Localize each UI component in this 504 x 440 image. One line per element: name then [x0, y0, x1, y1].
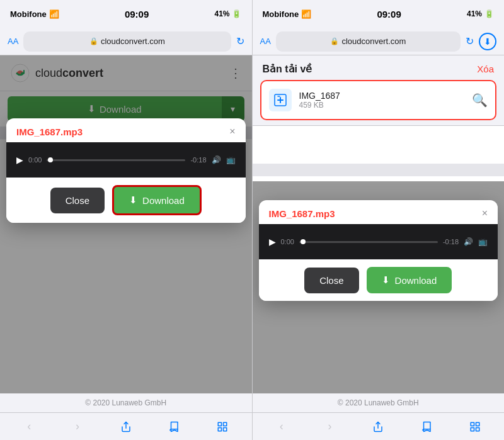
download-circle-right[interactable]: ⬇	[479, 33, 496, 50]
url-text-right: cloudconvert.com	[341, 37, 406, 46]
modal-overlay-left: IMG_1687.mp3 × ▶ 0:00 -0:18 🔊 📺 Close	[0, 55, 252, 440]
status-battery-left: 41% 🔋	[214, 9, 241, 18]
play-button-left[interactable]: ▶	[16, 155, 23, 165]
modal-close-left[interactable]: ×	[229, 126, 235, 137]
svg-rect-5	[224, 427, 227, 431]
svg-rect-11	[476, 427, 479, 431]
download-drawer-right: Bản tải về Xóa IMG_1687 459 KB 🔍	[253, 55, 505, 126]
status-bar-right: Mobifone 📶 09:09 41% 🔋	[253, 0, 505, 28]
status-carrier-left: Mobifone 📶	[10, 9, 59, 19]
nav-share-right[interactable]	[364, 413, 392, 441]
download-search-icon-right[interactable]: 🔍	[472, 93, 488, 108]
drawer-title-right: Bản tải về	[263, 63, 312, 75]
browser-content-right: Bản tải về Xóa IMG_1687 459 KB 🔍	[253, 55, 505, 440]
svg-rect-8	[471, 422, 474, 426]
audio-player-right[interactable]: ▶ 0:00 -0:18 🔊 📺	[259, 224, 498, 259]
browser-content-left: cloudconvert ⋮ ⬇ Download ▾ IMG_1687.mp3	[0, 55, 252, 440]
url-box-left[interactable]: 🔒 cloudconvert.com	[23, 31, 231, 52]
download-button-left[interactable]: ⬇ Download	[112, 185, 202, 215]
bottom-bar-right: ‹ ›	[253, 412, 505, 440]
play-button-right[interactable]: ▶	[269, 237, 276, 247]
volume-icon-right[interactable]: 🔊	[464, 237, 473, 246]
download-item-size-right: 459 KB	[299, 101, 465, 110]
right-phone-panel: Mobifone 📶 09:09 41% 🔋 AA 🔒 cloudconvert…	[253, 0, 505, 440]
svg-rect-10	[471, 427, 474, 431]
nav-bookmarks-left[interactable]	[160, 413, 188, 441]
carrier-text-left: Mobifone	[10, 9, 47, 19]
status-bar-left: Mobifone 📶 09:09 41% 🔋	[0, 0, 252, 28]
carrier-text-right: Mobifone	[263, 9, 299, 19]
page-footer-right: © 2020 Lunaweb GmbH	[253, 393, 505, 412]
lock-icon-left: 🔒	[89, 37, 98, 45]
wifi-icon-left: 📶	[49, 9, 59, 19]
modal-footer-left: Close ⬇ Download	[6, 178, 246, 223]
modal-close-right[interactable]: ×	[482, 208, 488, 219]
progress-bar-right[interactable]	[299, 241, 438, 243]
nav-share-left[interactable]	[112, 413, 140, 441]
time-end-left: -0:18	[190, 156, 206, 164]
gray-separator-right	[253, 164, 505, 176]
download-item-name-right: IMG_1687	[299, 91, 465, 101]
close-button-right[interactable]: Close	[304, 268, 358, 293]
modal-header-left: IMG_1687.mp3 ×	[6, 118, 246, 142]
aa-button-left[interactable]: AA	[8, 37, 18, 46]
audio-player-left[interactable]: ▶ 0:00 -0:18 🔊 📺	[6, 142, 246, 178]
download-btn-icon-right: ⬇	[382, 274, 390, 286]
nav-forward-left[interactable]: ›	[64, 413, 91, 441]
status-time-right: 09:09	[377, 9, 401, 20]
address-bar-left[interactable]: AA 🔒 cloudconvert.com ↻	[0, 28, 252, 55]
battery-percent-right: 41%	[467, 9, 482, 18]
nav-bookmarks-right[interactable]	[413, 413, 440, 441]
modal-header-right: IMG_1687.mp3 ×	[259, 200, 498, 224]
download-button-right[interactable]: ⬇ Download	[367, 267, 452, 293]
lock-icon-right: 🔒	[330, 37, 339, 45]
svg-rect-4	[218, 427, 221, 431]
progress-bar-left[interactable]	[47, 159, 185, 161]
battery-icon-right: 🔋	[484, 9, 494, 18]
download-btn-text-right: Download	[395, 275, 437, 286]
modal-title-left: IMG_1687.mp3	[16, 127, 83, 137]
cc-content-bg-right	[253, 126, 505, 164]
nav-back-right[interactable]: ‹	[268, 413, 295, 441]
drawer-header-right: Bản tải về Xóa	[253, 55, 505, 80]
download-item-icon-right	[269, 89, 292, 111]
download-circle-icon-right: ⬇	[484, 37, 491, 47]
download-btn-text-left: Download	[142, 195, 185, 206]
progress-dot-left	[48, 157, 53, 162]
left-phone-panel: Mobifone 📶 09:09 41% 🔋 AA 🔒 cloudconvert…	[0, 0, 252, 440]
refresh-icon-right[interactable]: ↻	[466, 35, 474, 47]
bottom-bar-left: ‹ ›	[0, 412, 252, 440]
download-item-right[interactable]: IMG_1687 459 KB 🔍	[260, 80, 497, 120]
modal-overlay-right: IMG_1687.mp3 × ▶ 0:00 -0:18 🔊 📺 Close	[253, 181, 505, 412]
address-bar-right[interactable]: AA 🔒 cloudconvert.com ↻ ⬇	[253, 28, 505, 55]
volume-icon-left[interactable]: 🔊	[212, 155, 221, 164]
nav-back-left[interactable]: ‹	[15, 413, 43, 441]
time-start-left: 0:00	[28, 156, 42, 164]
battery-icon-left: 🔋	[232, 9, 241, 18]
airplay-icon-right[interactable]: 📺	[478, 237, 488, 246]
nav-tabs-left[interactable]	[209, 413, 236, 441]
refresh-icon-left[interactable]: ↻	[236, 35, 244, 47]
page-footer-left: © 2020 Lunaweb GmbH	[0, 393, 252, 412]
wifi-icon-right: 📶	[301, 9, 311, 19]
time-end-right: -0:18	[443, 238, 459, 245]
url-box-right[interactable]: 🔒 cloudconvert.com	[276, 31, 461, 52]
nav-tabs-right[interactable]	[461, 413, 489, 441]
status-battery-right: 41% 🔋	[467, 9, 494, 18]
close-button-left[interactable]: Close	[50, 188, 105, 213]
svg-rect-9	[476, 422, 479, 426]
url-text-left: cloudconvert.com	[101, 37, 165, 46]
time-start-right: 0:00	[281, 238, 294, 245]
airplay-icon-left[interactable]: 📺	[226, 155, 236, 164]
modal-box-left: IMG_1687.mp3 × ▶ 0:00 -0:18 🔊 📺 Close	[6, 118, 246, 223]
modal-title-right: IMG_1687.mp3	[269, 208, 335, 219]
battery-percent-left: 41%	[214, 9, 229, 18]
drawer-clear-right[interactable]: Xóa	[477, 64, 494, 74]
aa-button-right[interactable]: AA	[260, 37, 271, 46]
status-time-left: 09:09	[125, 9, 149, 20]
nav-forward-right[interactable]: ›	[316, 413, 344, 441]
modal-box-right: IMG_1687.mp3 × ▶ 0:00 -0:18 🔊 📺 Close	[259, 200, 498, 301]
progress-dot-right	[301, 239, 306, 244]
download-btn-icon-left: ⬇	[129, 195, 137, 206]
status-carrier-right: Mobifone 📶	[263, 9, 312, 19]
